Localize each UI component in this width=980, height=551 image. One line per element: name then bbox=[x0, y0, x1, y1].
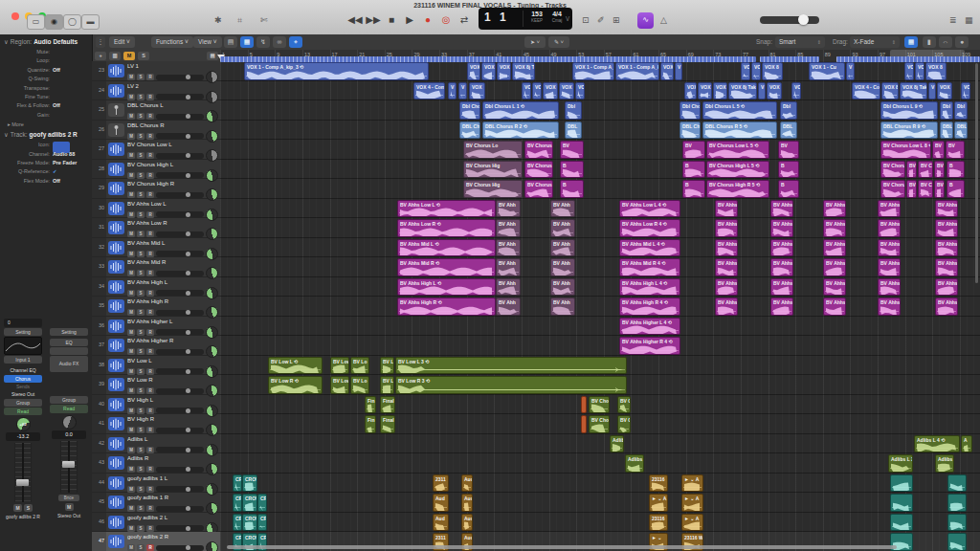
track-row[interactable]: 24LV 2MSR bbox=[92, 81, 220, 101]
volume-slider-knob[interactable] bbox=[798, 14, 809, 25]
region[interactable]: VO bbox=[522, 82, 531, 100]
region[interactable] bbox=[947, 533, 967, 551]
track-row[interactable]: 42Adlibs LMSR bbox=[92, 434, 220, 454]
volume-knob[interactable] bbox=[186, 448, 190, 452]
region[interactable]: Aud bbox=[433, 494, 449, 512]
pointer-tool-select[interactable]: ➤ ˅ bbox=[524, 36, 546, 48]
vertical-scrollbar[interactable] bbox=[975, 63, 978, 283]
region[interactable]: Dbl Chorus L 5 ⟲ bbox=[702, 101, 777, 120]
region[interactable]: BV Ahhs Low R ⟲ bbox=[397, 219, 496, 237]
record-enable-button[interactable]: R bbox=[146, 348, 154, 355]
volume-knob[interactable] bbox=[186, 388, 190, 393]
region[interactable]: Dbl Chorus L 9 ⟲ bbox=[880, 101, 938, 120]
solo-button[interactable]: S bbox=[137, 544, 145, 551]
record-enable-button[interactable]: R bbox=[146, 408, 154, 414]
audio-track-icon[interactable] bbox=[108, 417, 124, 430]
solo-button[interactable]: S bbox=[137, 368, 145, 375]
region[interactable]: BV Cho bbox=[589, 396, 610, 414]
region[interactable]: VO bbox=[532, 82, 542, 100]
region[interactable]: BV Ahhs L bbox=[878, 200, 901, 218]
fader-cap[interactable] bbox=[62, 461, 75, 468]
region[interactable]: VOX bbox=[543, 82, 558, 100]
track-header-add-track-button[interactable]: + bbox=[95, 52, 106, 60]
record-enable-button[interactable]: R bbox=[146, 172, 154, 179]
track-row[interactable]: 31BV Ahhs Low RMSR bbox=[92, 218, 220, 238]
track-row[interactable]: 39BV Low RMSR bbox=[92, 375, 220, 395]
volume-knob[interactable] bbox=[186, 95, 190, 99]
close-window-button[interactable] bbox=[11, 12, 19, 20]
region[interactable]: BV Lo bbox=[380, 376, 394, 394]
arrange-track-lane[interactable] bbox=[220, 336, 980, 356]
record-enable-button[interactable]: R bbox=[146, 211, 154, 218]
mute-button[interactable]: M bbox=[127, 387, 135, 394]
record-enable-button[interactable]: R bbox=[146, 505, 154, 512]
region[interactable]: Adlibs bbox=[610, 435, 624, 453]
region[interactable]: BV Chorus Hig bbox=[463, 161, 523, 179]
track-row[interactable]: 43Adlibs RMSR bbox=[92, 453, 220, 474]
forward-button[interactable]: ▶▶ bbox=[365, 14, 382, 25]
toolbar-icon[interactable]: ✱ bbox=[214, 15, 222, 25]
strip-slot-stereo-out[interactable]: Stereo Out bbox=[4, 391, 42, 398]
mute-button[interactable]: M bbox=[127, 172, 135, 179]
region[interactable]: VO bbox=[961, 82, 970, 100]
fader-cap[interactable] bbox=[16, 479, 29, 486]
volume-knob[interactable] bbox=[186, 310, 190, 315]
track-volume-slider[interactable] bbox=[156, 251, 204, 256]
region[interactable]: BV Ahh bbox=[550, 258, 575, 276]
volume-knob[interactable] bbox=[186, 134, 190, 139]
region[interactable]: BV Ahhs Low R 4 ⟲ bbox=[619, 219, 680, 237]
record-enable-button[interactable]: R bbox=[146, 544, 154, 551]
region[interactable]: Dbl bbox=[780, 101, 797, 120]
region[interactable]: VOX bbox=[469, 82, 485, 100]
lcd-display[interactable]: 1 1 153 KEEP 4/4 Cmaj ᐯ bbox=[479, 8, 572, 30]
record-enable-button[interactable]: R bbox=[146, 368, 154, 375]
region[interactable]: BV Ahh bbox=[496, 278, 521, 297]
region[interactable]: BV Chorus bbox=[524, 161, 553, 179]
region[interactable]: BV bbox=[682, 141, 705, 159]
region[interactable]: VOX bbox=[767, 82, 782, 100]
region[interactable]: B bbox=[778, 180, 799, 198]
region[interactable]: BV Ahhs L bbox=[770, 219, 793, 237]
track-row[interactable]: 36BV Ahhs Higher LMSR bbox=[92, 317, 220, 337]
region[interactable]: BV Choru bbox=[880, 180, 905, 198]
track-volume-slider[interactable] bbox=[156, 467, 204, 473]
track-volume-slider[interactable] bbox=[156, 94, 204, 99]
param-value[interactable]: Off bbox=[53, 66, 60, 75]
solo-button[interactable]: S bbox=[137, 152, 145, 159]
toolbar-zoom-icon[interactable]: ▮ bbox=[923, 36, 936, 48]
volume-knob[interactable] bbox=[186, 75, 190, 79]
mute-button[interactable]: M bbox=[127, 211, 135, 218]
strip-mute-button[interactable]: M bbox=[65, 503, 74, 511]
mute-button[interactable]: M bbox=[127, 368, 135, 375]
region[interactable]: BV Ahhs bbox=[935, 298, 958, 316]
track-volume-slider[interactable] bbox=[156, 329, 204, 335]
volume-knob[interactable] bbox=[186, 212, 190, 217]
region[interactable]: BV Ahhs H bbox=[715, 278, 738, 297]
audio-track-icon[interactable] bbox=[108, 280, 124, 294]
region[interactable]: BV C bbox=[617, 396, 631, 414]
region[interactable]: VO bbox=[915, 62, 924, 80]
volume-knob[interactable] bbox=[186, 545, 190, 550]
record-enable-button[interactable]: R bbox=[146, 309, 154, 316]
region[interactable]: BV Ahhs Mid R 4 ⟲ bbox=[619, 258, 680, 276]
track-header-mute-all-button[interactable]: M bbox=[123, 52, 135, 60]
region[interactable]: BV Ahhs Mid L ⟲ bbox=[397, 239, 496, 257]
record-enable-button[interactable]: R bbox=[146, 270, 154, 276]
region[interactable]: BV Ahhs bbox=[823, 239, 846, 257]
cycle-button[interactable]: ⇄ bbox=[456, 14, 473, 25]
track-row[interactable]: 33BV Ahhs Mid RMSR bbox=[92, 257, 220, 277]
volume-knob[interactable] bbox=[186, 114, 190, 119]
master-volume-slider[interactable] bbox=[760, 16, 819, 24]
arrange-view-icon[interactable]: ⌖ bbox=[289, 36, 302, 48]
fader[interactable] bbox=[14, 443, 32, 502]
window-mode-button[interactable]: ◯ bbox=[63, 14, 81, 30]
region[interactable]: DBL Chorus R 2 ⟲ bbox=[482, 121, 559, 140]
region[interactable]: B bbox=[560, 161, 584, 179]
solo-button[interactable]: S bbox=[137, 74, 145, 80]
region[interactable]: BV Ahhs Low L 4 ⟲ bbox=[619, 200, 680, 218]
audio-track-icon[interactable] bbox=[108, 456, 124, 470]
audio-track-icon[interactable] bbox=[108, 359, 124, 372]
region[interactable]: Dbl Chorus L 1 ⟲ bbox=[482, 101, 559, 120]
track-volume-slider[interactable] bbox=[156, 211, 204, 217]
arrange-track-lane[interactable] bbox=[220, 179, 980, 199]
